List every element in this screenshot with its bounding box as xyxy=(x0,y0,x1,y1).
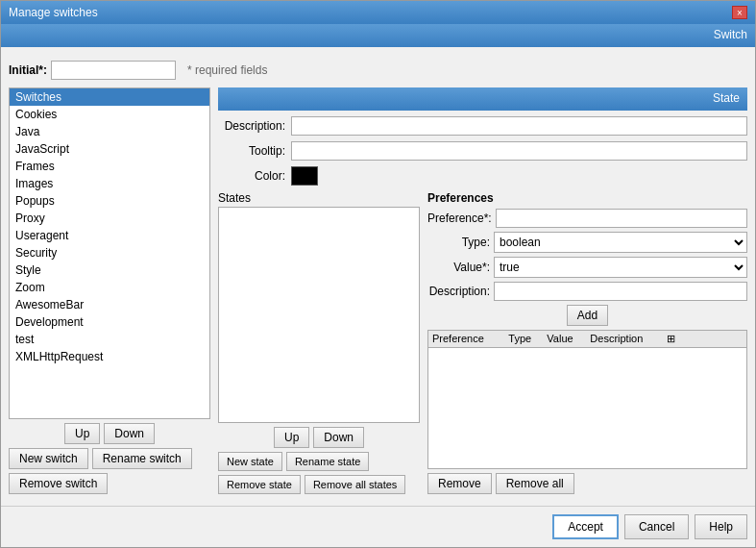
pref-table-header: Preference Type Value Description ⊞ xyxy=(428,331,746,348)
accept-button[interactable]: Accept xyxy=(552,514,619,539)
type-row: Type: boolean string integer xyxy=(427,232,747,253)
left-up-down-buttons: Up Down xyxy=(9,423,210,444)
required-note: * required fields xyxy=(187,63,267,77)
title-bar: Manage switches × xyxy=(1,1,755,24)
color-label: Color: xyxy=(218,169,285,183)
description-row: Description: xyxy=(218,116,747,136)
rename-state-button[interactable]: Rename state xyxy=(286,452,369,471)
list-item[interactable]: Style xyxy=(10,262,209,279)
preferences-title: Preferences xyxy=(427,191,747,205)
preference-field-row: Preference*: xyxy=(427,209,747,228)
color-swatch[interactable] xyxy=(291,166,318,186)
cancel-button[interactable]: Cancel xyxy=(624,514,689,539)
pref-remove-buttons: Remove Remove all xyxy=(427,473,747,494)
preference-field-label: Preference*: xyxy=(427,212,492,225)
pref-description-row: Description: xyxy=(427,282,747,301)
switches-down-button[interactable]: Down xyxy=(104,423,155,444)
main-area: SwitchesCookiesJavaJavaScriptFramesImage… xyxy=(9,87,747,494)
pref-description-input[interactable] xyxy=(494,282,747,301)
description-label: Description: xyxy=(218,119,285,133)
switches-up-button[interactable]: Up xyxy=(64,423,100,444)
initial-row: Initial*: * required fields xyxy=(9,61,747,80)
value-row: Value*: true false xyxy=(427,257,747,278)
list-item[interactable]: Frames xyxy=(10,158,209,175)
pref-col-description: Description xyxy=(590,333,666,345)
tooltip-input[interactable] xyxy=(291,141,747,161)
left-panel: SwitchesCookiesJavaJavaScriptFramesImage… xyxy=(9,87,210,494)
list-item[interactable]: test xyxy=(10,331,209,348)
remove-all-preferences-button[interactable]: Remove all xyxy=(496,473,574,494)
list-item[interactable]: JavaScript xyxy=(10,140,209,158)
remove-preference-button[interactable]: Remove xyxy=(427,473,492,494)
list-item[interactable]: Images xyxy=(10,175,209,192)
dialog-title: Manage switches xyxy=(9,6,98,19)
list-item[interactable]: Security xyxy=(10,244,209,262)
list-item[interactable]: XMLHttpRequest xyxy=(10,348,209,365)
manage-switches-dialog: Manage switches × Switch Initial*: * req… xyxy=(0,0,756,548)
state-header-bar: State xyxy=(218,87,747,111)
state-header-label: State xyxy=(713,91,740,105)
states-down-button[interactable]: Down xyxy=(313,427,364,448)
new-state-button[interactable]: New state xyxy=(218,452,282,471)
close-button[interactable]: × xyxy=(732,6,747,19)
new-switch-button[interactable]: New switch xyxy=(9,448,88,469)
pref-col-value: Value xyxy=(547,333,590,345)
tooltip-label: Tooltip: xyxy=(218,144,285,158)
pref-col-type: Type xyxy=(508,333,547,345)
initial-label: Initial*: xyxy=(9,63,47,77)
list-item[interactable]: Switches xyxy=(10,88,209,106)
remove-state-button[interactable]: Remove state xyxy=(218,475,301,494)
list-item[interactable]: Useragent xyxy=(10,227,209,244)
preference-input[interactable] xyxy=(496,209,747,228)
list-item[interactable]: Popups xyxy=(10,192,209,210)
preferences-section: Preferences Preference*: Type: boolean s… xyxy=(427,191,747,494)
pref-col-preference: Preference xyxy=(432,333,508,345)
preferences-table[interactable]: Preference Type Value Description ⊞ xyxy=(427,330,747,469)
right-panel: State Description: Tooltip: Color: xyxy=(218,87,747,494)
tooltip-row: Tooltip: xyxy=(218,141,747,161)
state-bottom-buttons: New state Rename state Remove state Remo… xyxy=(218,452,420,494)
remove-switch-button[interactable]: Remove switch xyxy=(9,473,108,494)
add-preference-button[interactable]: Add xyxy=(567,305,608,326)
list-item[interactable]: AwesomeBar xyxy=(10,296,209,313)
states-list[interactable] xyxy=(218,207,420,423)
value-label: Value*: xyxy=(427,261,490,274)
description-input[interactable] xyxy=(291,116,747,136)
pref-description-label: Description: xyxy=(427,285,490,298)
value-select[interactable]: true false xyxy=(494,257,747,278)
list-item[interactable]: Java xyxy=(10,123,209,140)
switch-header-bar: Switch xyxy=(1,24,755,47)
help-button[interactable]: Help xyxy=(695,514,747,539)
type-select[interactable]: boolean string integer xyxy=(494,232,747,253)
list-item[interactable]: Development xyxy=(10,313,209,331)
states-up-button[interactable]: Up xyxy=(274,427,309,448)
switches-list[interactable]: SwitchesCookiesJavaJavaScriptFramesImage… xyxy=(9,87,210,419)
dialog-content: Initial*: * required fields SwitchesCook… xyxy=(1,53,755,502)
list-item[interactable]: Proxy xyxy=(10,210,209,227)
middle-area: States Up Down New state Rename state Re… xyxy=(218,191,747,494)
pref-col-icon: ⊞ xyxy=(667,333,743,345)
initial-input[interactable] xyxy=(51,61,176,80)
switch-header-label: Switch xyxy=(714,28,747,41)
type-label: Type: xyxy=(427,236,490,249)
remove-all-states-button[interactable]: Remove all states xyxy=(305,475,405,494)
left-bottom-buttons: New switch Rename switch Remove switch xyxy=(9,448,210,494)
bottom-bar: Accept Cancel Help xyxy=(1,506,755,547)
states-section: States Up Down New state Rename state Re… xyxy=(218,191,420,494)
list-item[interactable]: Cookies xyxy=(10,106,209,123)
states-up-down-buttons: Up Down xyxy=(218,427,420,448)
rename-switch-button[interactable]: Rename switch xyxy=(92,448,192,469)
states-label: States xyxy=(218,191,420,205)
list-item[interactable]: Zoom xyxy=(10,279,209,296)
color-row: Color: xyxy=(218,166,747,186)
